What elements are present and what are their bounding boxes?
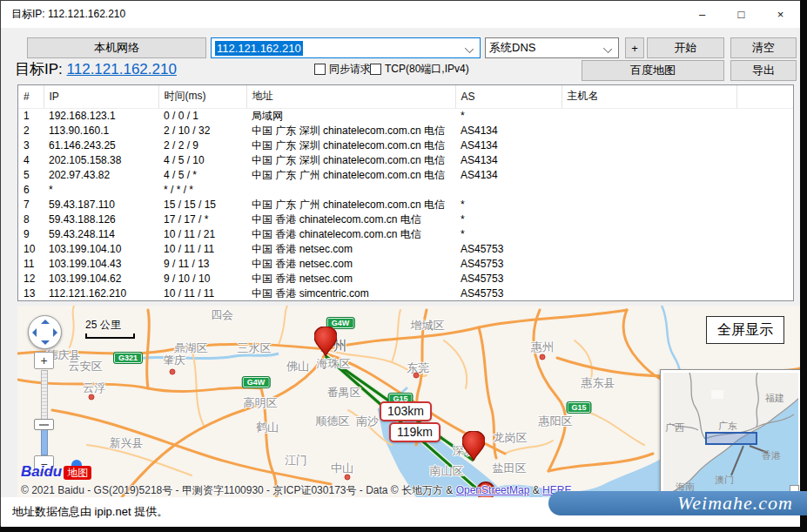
maximize-button[interactable]: □ <box>722 1 761 28</box>
add-target-button[interactable]: + <box>625 37 644 58</box>
hop-time: 0 / 0 / 1 <box>158 108 246 124</box>
table-row[interactable]: 5 202.97.43.82 4 / 5 / * 中国 广东 广州 chinat… <box>18 168 793 183</box>
hop-as: AS4134 <box>455 153 562 168</box>
pan-left-icon[interactable] <box>32 328 37 337</box>
hop-time: 9 / 10 / 10 <box>158 272 246 286</box>
sync-request-checkbox[interactable]: 同步请求 <box>314 62 371 77</box>
table-row[interactable]: 3 61.146.243.25 2 / 2 / 9 中国 广东 深圳 china… <box>18 138 793 153</box>
table-row[interactable]: 10 103.199.104.10 10 / 11 / 11 中国 香港 net… <box>18 242 793 257</box>
zoom-slider-thumb[interactable] <box>34 419 54 430</box>
close-button[interactable]: × <box>761 1 800 28</box>
hop-address: 中国 广东 深圳 chinatelecom.com.cn 电信 <box>246 124 455 138</box>
baidu-logo-text: Baidu <box>21 463 62 480</box>
hop-ip: 112.121.162.210 <box>44 286 158 301</box>
hop-empty <box>736 257 793 272</box>
hop-as: * <box>455 212 562 227</box>
baidu-map-canvas[interactable]: 四会德庆县云安区肇庆鼎湖区三水区云浮高明区鹤山新兴县增城区惠州佛山广州海珠区东莞… <box>17 306 800 497</box>
hop-number: 5 <box>18 168 44 183</box>
hop-as: AS4134 <box>455 138 562 153</box>
start-button[interactable]: 开始 <box>647 37 724 58</box>
copyright-text: © 2021 Baidu - GS(2019)5218号 - 甲测资字11009… <box>21 484 456 496</box>
hop-hostname <box>562 168 736 183</box>
table-header-cell[interactable]: 时间(ms) <box>158 85 246 108</box>
table-row[interactable]: 6 * * / * / * <box>18 183 793 198</box>
hop-hostname <box>562 286 736 301</box>
table-row[interactable]: 7 59.43.187.110 15 / 15 / 15 中国 广东 广州 ch… <box>18 198 793 212</box>
fullscreen-button[interactable]: 全屏显示 <box>706 316 784 344</box>
chevron-down-icon[interactable] <box>603 44 612 53</box>
clear-button[interactable]: 清空 <box>730 37 797 58</box>
hop-ip: 192.168.123.1 <box>44 108 158 124</box>
minimap-canvas: 广西广东福建香港澳门海南 <box>663 373 798 492</box>
checkbox-icon[interactable] <box>370 64 381 75</box>
copyright-amp: & <box>529 484 542 496</box>
map-pin-shenzhen[interactable] <box>462 431 485 461</box>
hop-number: 1 <box>18 108 44 124</box>
table-header-cell[interactable]: # <box>18 85 44 108</box>
table-header-cell[interactable]: IP <box>44 85 158 108</box>
overview-minimap[interactable]: 广西广东福建香港澳门海南 <box>660 369 800 495</box>
export-button[interactable]: 导出 <box>730 60 797 81</box>
table-header-cell[interactable]: 主机名 <box>562 85 736 108</box>
baidu-map-button[interactable]: 百度地图 <box>582 60 724 81</box>
window-controls: – □ × <box>683 1 800 28</box>
dns-combobox[interactable]: 系统DNS <box>485 37 619 58</box>
map-pin-guangzhou[interactable] <box>314 327 337 356</box>
hop-address: 局域网 <box>246 108 455 124</box>
table-row[interactable]: 13 112.121.162.210 10 / 11 / 11 中国 香港 si… <box>18 286 793 301</box>
target-ip-combobox[interactable]: 112.121.162.210 <box>211 37 481 58</box>
openstreetmap-link[interactable]: OpenStreetMap <box>456 484 530 496</box>
table-row[interactable]: 1 192.168.123.1 0 / 0 / 1 局域网 * <box>18 108 793 124</box>
hop-empty <box>736 153 793 168</box>
hop-ip: 59.43.188.126 <box>44 212 158 227</box>
hop-number: 7 <box>18 198 44 212</box>
trace-table-body: 1 192.168.123.1 0 / 0 / 1 局域网 * 2 113.90… <box>18 108 793 301</box>
table-row[interactable]: 8 59.43.188.126 17 / 17 / * 中国 香港 chinat… <box>18 212 793 227</box>
hop-ip: 61.146.243.25 <box>44 138 158 153</box>
chevron-down-icon[interactable] <box>465 44 474 53</box>
table-header-cell[interactable]: 地址 <box>246 85 455 108</box>
table-row[interactable]: 4 202.105.158.38 4 / 5 / 10 中国 广东 深圳 chi… <box>18 153 793 168</box>
local-network-button[interactable]: 本机网络 <box>27 37 206 58</box>
baidu-logo: Baidu地图 <box>21 463 91 481</box>
checkbox-icon[interactable] <box>314 64 326 75</box>
dns-value: 系统DNS <box>489 40 535 56</box>
toolbar: 本机网络 112.121.162.210 系统DNS + 开始 清空 目标IP:… <box>1 28 800 84</box>
table-row[interactable]: 2 113.90.160.1 2 / 10 / 32 中国 广东 深圳 chin… <box>18 124 793 138</box>
hop-address: 中国 广东 深圳 chinatelecom.com.cn 电信 <box>246 153 455 168</box>
pan-down-icon[interactable] <box>41 340 50 345</box>
pan-up-icon[interactable] <box>41 320 50 324</box>
hop-time: 9 / 11 / 13 <box>158 257 246 272</box>
table-header-cell[interactable] <box>736 85 793 108</box>
target-ip-link[interactable]: 112.121.162.210 <box>67 61 177 77</box>
hop-hostname <box>562 138 736 153</box>
pan-right-icon[interactable] <box>53 328 57 337</box>
map-pan-control[interactable] <box>28 315 62 349</box>
table-header-cell[interactable]: AS <box>455 85 562 108</box>
hop-address: 中国 广东 广州 chinatelecom.com.cn 电信 <box>246 168 455 183</box>
hop-ip: 59.43.187.110 <box>44 198 158 212</box>
tcp-checkbox[interactable]: TCP(80端口,IPv4) <box>370 62 469 77</box>
hop-as: * <box>455 198 562 212</box>
hop-empty <box>736 198 793 212</box>
hop-number: 6 <box>18 183 44 198</box>
zoom-in-button[interactable]: + <box>34 352 54 369</box>
hop-number: 3 <box>18 138 44 153</box>
hop-empty <box>736 168 793 183</box>
hop-hostname <box>562 242 736 257</box>
hop-as: AS45753 <box>455 286 562 301</box>
target-ip-value: 112.121.162.210 <box>215 41 303 56</box>
hop-time: 10 / 11 / 11 <box>158 242 246 257</box>
hop-as: * <box>455 227 562 242</box>
hop-ip: 113.90.160.1 <box>44 124 158 138</box>
title-bar[interactable]: 目标IP: 112.121.162.210 – □ × <box>1 1 800 28</box>
table-row[interactable]: 9 59.43.248.114 10 / 11 / 21 中国 香港 china… <box>18 227 793 242</box>
table-row[interactable]: 12 103.199.104.62 9 / 10 / 10 中国 香港 nets… <box>18 272 793 286</box>
hop-empty <box>736 242 793 257</box>
hop-address: 中国 广东 广州 chinatelecom.com.cn 电信 <box>246 198 455 212</box>
table-row[interactable]: 11 103.199.104.43 9 / 11 / 13 中国 香港 nets… <box>18 257 793 272</box>
minimize-button[interactable]: – <box>683 1 722 28</box>
app-window: 目标IP: 112.121.162.210 – □ × 本机网络 112.121… <box>0 0 800 526</box>
hop-hostname <box>562 153 736 168</box>
minimap-viewport-rect[interactable] <box>705 432 757 445</box>
